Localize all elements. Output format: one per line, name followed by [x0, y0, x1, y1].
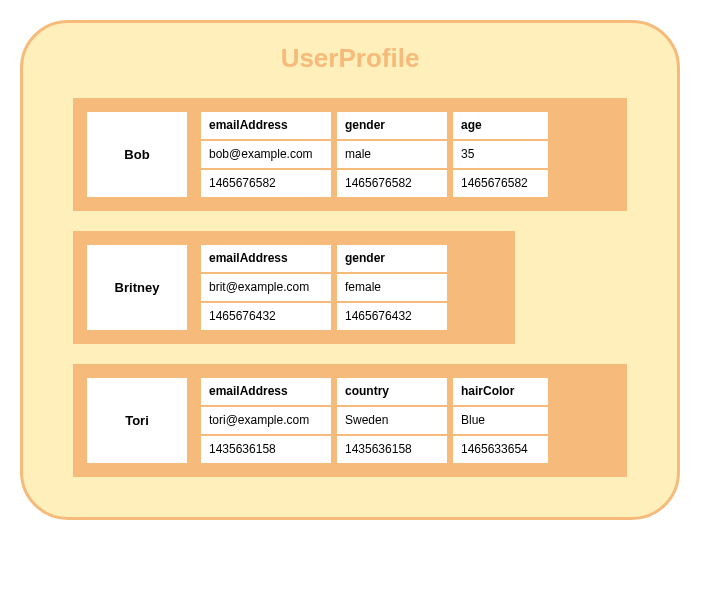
- attr-ts: 1465633654: [453, 436, 548, 463]
- attr-value: male: [337, 141, 447, 168]
- attr-block: emailAddress bob@example.com 1465676582: [201, 112, 331, 197]
- attr-ts: 1465676432: [337, 303, 447, 330]
- user-card: Britney emailAddress brit@example.com 14…: [73, 231, 515, 344]
- user-attrs: emailAddress tori@example.com 1435636158…: [201, 378, 548, 463]
- attr-key: hairColor: [453, 378, 548, 405]
- attr-key: age: [453, 112, 548, 139]
- user-attrs: emailAddress brit@example.com 1465676432…: [201, 245, 447, 330]
- attr-key: emailAddress: [201, 378, 331, 405]
- attr-key: emailAddress: [201, 112, 331, 139]
- user-card: Bob emailAddress bob@example.com 1465676…: [73, 98, 627, 211]
- attr-value: brit@example.com: [201, 274, 331, 301]
- attr-block: hairColor Blue 1465633654: [453, 378, 548, 463]
- page-title: UserProfile: [73, 43, 627, 74]
- attr-value: 35: [453, 141, 548, 168]
- attr-value: tori@example.com: [201, 407, 331, 434]
- attr-key: country: [337, 378, 447, 405]
- attr-ts: 1465676582: [201, 170, 331, 197]
- attr-block: gender male 1465676582: [337, 112, 447, 197]
- attr-block: country Sweden 1435636158: [337, 378, 447, 463]
- attr-key: gender: [337, 245, 447, 272]
- user-name: Britney: [87, 245, 187, 330]
- attr-block: emailAddress tori@example.com 1435636158: [201, 378, 331, 463]
- attr-block: gender female 1465676432: [337, 245, 447, 330]
- attr-block: age 35 1465676582: [453, 112, 548, 197]
- attr-key: gender: [337, 112, 447, 139]
- attr-ts: 1465676582: [453, 170, 548, 197]
- attr-ts: 1435636158: [337, 436, 447, 463]
- attr-ts: 1435636158: [201, 436, 331, 463]
- user-name: Tori: [87, 378, 187, 463]
- attr-value: Sweden: [337, 407, 447, 434]
- attr-value: bob@example.com: [201, 141, 331, 168]
- user-card: Tori emailAddress tori@example.com 14356…: [73, 364, 627, 477]
- attr-key: emailAddress: [201, 245, 331, 272]
- attr-ts: 1465676582: [337, 170, 447, 197]
- attr-value: Blue: [453, 407, 548, 434]
- attr-ts: 1465676432: [201, 303, 331, 330]
- userprofile-container: UserProfile Bob emailAddress bob@example…: [20, 20, 680, 520]
- attr-value: female: [337, 274, 447, 301]
- user-name: Bob: [87, 112, 187, 197]
- attr-block: emailAddress brit@example.com 1465676432: [201, 245, 331, 330]
- user-attrs: emailAddress bob@example.com 1465676582 …: [201, 112, 548, 197]
